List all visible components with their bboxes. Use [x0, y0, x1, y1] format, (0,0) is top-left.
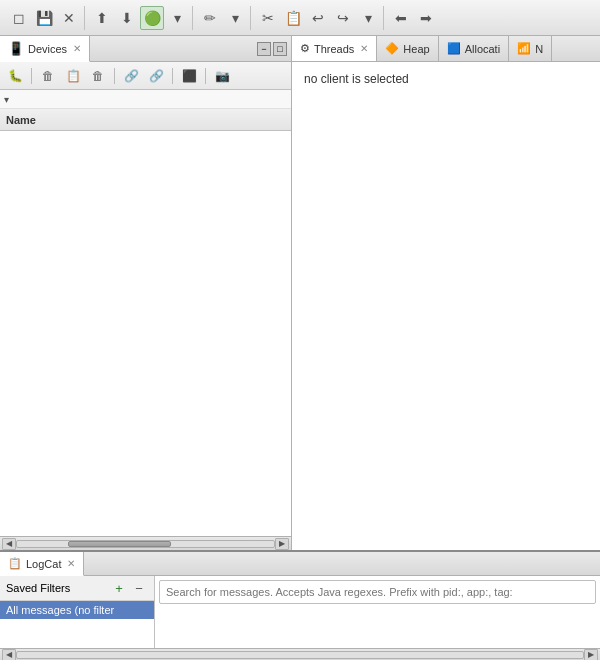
link1-button[interactable]: 🔗	[120, 65, 142, 87]
sep4	[205, 68, 206, 84]
threads-tab-bar: ⚙ Threads ✕ 🔶 Heap 🟦 Allocati 📶 N	[292, 36, 600, 62]
tab-devices[interactable]: 📱 Devices ✕	[0, 36, 90, 62]
devices-panel: 📱 Devices ✕ − □ 🐛 🗑 📋 🗑 🔗 🔗 ⬛ 📷	[0, 36, 292, 550]
scroll-right-arrow[interactable]: ▶	[275, 538, 289, 550]
devices-dropdown-row: ▾	[0, 90, 291, 109]
tab-devices-label: Devices	[28, 43, 67, 55]
close-button[interactable]: ✕	[57, 6, 81, 30]
devices-tab-controls: − □	[257, 42, 291, 56]
threads-content: no client is selected	[292, 62, 600, 550]
tab-threads-label: Threads	[314, 43, 354, 55]
tab-network[interactable]: 📶 N	[509, 36, 552, 62]
sep2	[114, 68, 115, 84]
toolbar-group-file: ◻ 💾 ✕	[4, 6, 85, 30]
logcat-filter-header: Saved Filters + −	[0, 576, 154, 601]
device-icon: 📱	[8, 41, 24, 56]
sep3	[172, 68, 173, 84]
logcat-scrollbar[interactable]: ◀ ▶	[0, 648, 600, 660]
logcat-panel: 📋 LogCat ✕ Saved Filters + − All message…	[0, 550, 600, 660]
minimize-button[interactable]: −	[257, 42, 271, 56]
logcat-scroll-track[interactable]	[16, 651, 584, 659]
devices-scrollbar[interactable]: ◀ ▶	[0, 536, 291, 550]
threads-panel: ⚙ Threads ✕ 🔶 Heap 🟦 Allocati 📶 N no cli…	[292, 36, 600, 550]
tab-devices-close[interactable]: ✕	[73, 43, 81, 54]
cut-button[interactable]: ✂	[256, 6, 280, 30]
edit-button[interactable]: ✏	[198, 6, 222, 30]
link2-button[interactable]: 🔗	[145, 65, 167, 87]
logcat-search-input[interactable]	[159, 580, 596, 604]
back-button[interactable]: ⬅	[389, 6, 413, 30]
toolbar-group-transfer: ⬆ ⬇ 🟢 ▾	[87, 6, 193, 30]
add-filter-button[interactable]: +	[110, 579, 128, 597]
logcat-icon: 📋	[8, 557, 22, 570]
copy-dev-button[interactable]: 📋	[62, 65, 84, 87]
logcat-tab-bar: 📋 LogCat ✕	[0, 552, 600, 576]
camera-button[interactable]: 📷	[211, 65, 233, 87]
tab-logcat-label: LogCat	[26, 558, 61, 570]
scroll-track[interactable]	[16, 540, 275, 548]
sep1	[31, 68, 32, 84]
redo-button[interactable]: ↪	[331, 6, 355, 30]
toolbar-group-edit: ✏ ▾	[195, 6, 251, 30]
tab-allocati-label: Allocati	[465, 43, 500, 55]
tab-threads-close[interactable]: ✕	[360, 43, 368, 54]
alloc-icon: 🟦	[447, 42, 461, 55]
filter-buttons: + −	[110, 579, 148, 597]
undo-button[interactable]: ↩	[306, 6, 330, 30]
dropdown3-arrow-icon[interactable]: ▾	[356, 6, 380, 30]
copy-button[interactable]: 📋	[281, 6, 305, 30]
logcat-filters: Saved Filters + − All messages (no filte…	[0, 576, 155, 648]
restore-button[interactable]: □	[273, 42, 287, 56]
logcat-scroll-left[interactable]: ◀	[2, 649, 16, 661]
save-button[interactable]: 💾	[32, 6, 56, 30]
dropdown2-arrow-icon[interactable]: ▾	[223, 6, 247, 30]
heap-icon: 🔶	[385, 42, 399, 55]
screen-button[interactable]: ⬛	[178, 65, 200, 87]
upload-button[interactable]: ⬆	[90, 6, 114, 30]
new-button[interactable]: ◻	[7, 6, 31, 30]
tab-network-label: N	[535, 43, 543, 55]
tab-logcat-close[interactable]: ✕	[67, 558, 75, 569]
network-icon: 📶	[517, 42, 531, 55]
dropdown-arrow-icon[interactable]: ▾	[165, 6, 189, 30]
filter-item-all[interactable]: All messages (no filter	[0, 601, 154, 619]
threads-icon: ⚙	[300, 42, 310, 55]
toolbar-group-clipboard: ✂ 📋 ↩ ↪ ▾	[253, 6, 384, 30]
tab-logcat[interactable]: 📋 LogCat ✕	[0, 552, 84, 576]
scroll-left-arrow[interactable]: ◀	[2, 538, 16, 550]
logcat-main	[155, 576, 600, 648]
tab-heap-label: Heap	[403, 43, 429, 55]
saved-filters-label: Saved Filters	[6, 582, 70, 594]
trash1-button[interactable]: 🗑	[37, 65, 59, 87]
forward-button[interactable]: ➡	[414, 6, 438, 30]
main-toolbar: ◻ 💾 ✕ ⬆ ⬇ 🟢 ▾ ✏ ▾ ✂ 📋 ↩ ↪ ▾ ⬅ ➡	[0, 0, 600, 36]
run-special-button[interactable]: 🟢	[140, 6, 164, 30]
toolbar-group-nav: ⬅ ➡	[386, 6, 441, 30]
devices-dropdown-arrow[interactable]: ▾	[4, 94, 9, 105]
debug-button[interactable]: 🐛	[4, 65, 26, 87]
devices-col-header: Name	[0, 109, 291, 131]
logcat-content: Saved Filters + − All messages (no filte…	[0, 576, 600, 648]
devices-toolbar: 🐛 🗑 📋 🗑 🔗 🔗 ⬛ 📷	[0, 62, 291, 90]
name-column-label: Name	[6, 114, 36, 126]
main-area: 📱 Devices ✕ − □ 🐛 🗑 📋 🗑 🔗 🔗 ⬛ 📷	[0, 36, 600, 550]
trash2-button[interactable]: 🗑	[87, 65, 109, 87]
tab-heap[interactable]: 🔶 Heap	[377, 36, 438, 62]
scroll-thumb[interactable]	[68, 541, 171, 547]
tab-threads[interactable]: ⚙ Threads ✕	[292, 36, 377, 62]
logcat-scroll-right[interactable]: ▶	[584, 649, 598, 661]
no-client-message: no client is selected	[292, 62, 600, 96]
devices-tab-bar: 📱 Devices ✕ − □	[0, 36, 291, 62]
remove-filter-button[interactable]: −	[130, 579, 148, 597]
filter-all-label: All messages (no filter	[6, 604, 114, 616]
tab-allocati[interactable]: 🟦 Allocati	[439, 36, 509, 62]
download-button[interactable]: ⬇	[115, 6, 139, 30]
devices-content	[0, 131, 291, 536]
